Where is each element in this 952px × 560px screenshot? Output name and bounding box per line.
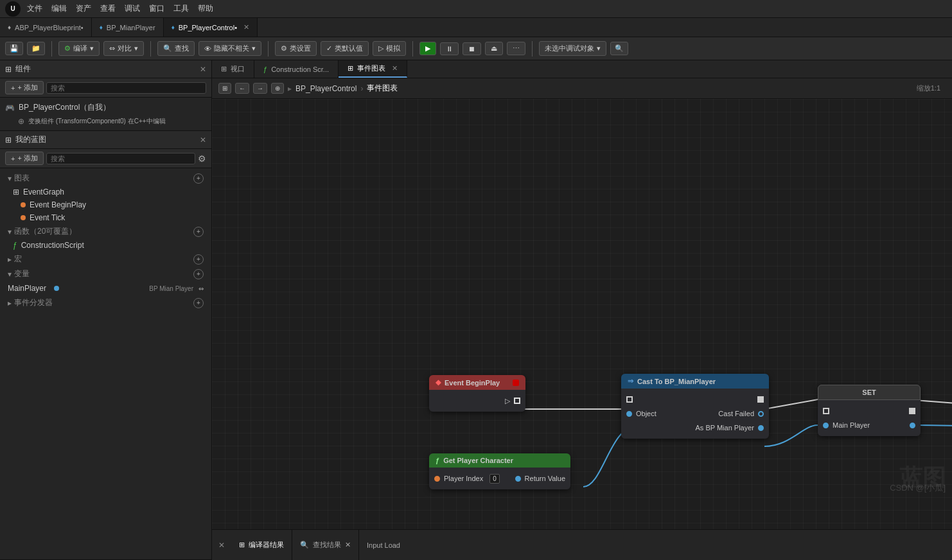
nav-home-button[interactable]: ⊕: [271, 83, 284, 94]
blueprint-search-input[interactable]: [46, 153, 195, 164]
find-tab-close[interactable]: ✕: [345, 541, 351, 549]
components-search-input[interactable]: [46, 82, 206, 94]
tree-item-tick[interactable]: Event Tick: [0, 211, 211, 224]
tree-section-functions[interactable]: ▾ 函数（20可覆盖） +: [0, 224, 211, 239]
simulate-button[interactable]: ▷ 模拟: [373, 41, 406, 56]
exec-out-pin[interactable]: [514, 398, 520, 404]
simulate-label: 模拟: [386, 44, 400, 53]
tab-abp-icon: ♦: [8, 24, 11, 31]
breadcrumb: ⊞ ← → ⊕ ▸ BP_PlayerControl › 事件图表: [218, 83, 398, 94]
components-close[interactable]: ✕: [200, 65, 206, 74]
find-button[interactable]: 🔍 查找: [157, 41, 195, 56]
stop-button[interactable]: ⏹: [463, 42, 481, 55]
class-settings-button[interactable]: ⚙ 类设置: [275, 41, 317, 56]
tree-section-graphs[interactable]: ▾ 图表 +: [0, 171, 211, 186]
blueprint-gear-icon[interactable]: ⚙: [198, 153, 206, 164]
tab-control[interactable]: ♦ BP_PlayerControl• ✕: [164, 18, 258, 37]
menu-file[interactable]: 文件: [27, 3, 42, 14]
node-set[interactable]: SET Main Player: [818, 385, 921, 436]
play-button[interactable]: ▶: [419, 42, 436, 55]
my-blueprint-close[interactable]: ✕: [200, 136, 206, 144]
menu-debug[interactable]: 调试: [125, 3, 140, 14]
list-item: ⊕ 变换组件 (TransformComponent0) 在C++中编辑: [5, 115, 206, 128]
eject-button[interactable]: ⏏: [485, 42, 503, 55]
debug-icon-button[interactable]: 🔍: [610, 42, 628, 55]
menu-assets[interactable]: 资产: [76, 3, 91, 14]
nav-back-button[interactable]: ⊞: [218, 83, 231, 94]
compile-button[interactable]: ⚙ 编译 ▾: [58, 41, 100, 56]
menu-tools[interactable]: 工具: [173, 3, 189, 14]
find-results-tab[interactable]: 🔍 查找结果 ✕: [292, 530, 359, 560]
tab-abp[interactable]: ♦ ABP_PlayerBlueprint•: [0, 18, 92, 37]
sub-tab-construction[interactable]: ƒ Construction Scr...: [254, 60, 339, 78]
bottom-close-button[interactable]: ✕: [212, 530, 231, 560]
class-defaults-button[interactable]: ✓ 类默认值: [321, 41, 369, 56]
menu-items: 文件 编辑 资产 查看 调试 窗口 工具 帮助: [27, 3, 213, 14]
as-bp-pin[interactable]: [758, 425, 764, 431]
breadcrumb-item-1[interactable]: BP_PlayerControl: [295, 84, 357, 93]
blueprint-canvas[interactable]: ◆ Event BeginPlay ▷ ƒ Get Player Charact…: [212, 99, 952, 529]
object-pin[interactable]: [626, 411, 632, 417]
node-row: Object Cast Failed: [621, 407, 769, 421]
tree-item-mainplayer[interactable]: MainPlayer BP Mian Player ⇔: [0, 281, 211, 295]
set-title: SET: [862, 389, 876, 396]
tree-item-construction[interactable]: ƒ ConstructionScript: [0, 239, 211, 252]
add-variable-button[interactable]: +: [193, 269, 204, 279]
tree-item-beginplay[interactable]: Event BeginPlay: [0, 198, 211, 211]
component-root-label[interactable]: BP_PlayerControl（自我）: [19, 102, 110, 113]
tree-section-macros[interactable]: ▸ 宏 +: [0, 252, 211, 267]
exec-out-pin[interactable]: [757, 396, 764, 403]
pause-button[interactable]: ⏸: [440, 42, 459, 55]
cast-failed-pin[interactable]: [758, 411, 764, 417]
my-blueprint-search-bar: + + 添加 ⚙: [0, 149, 211, 168]
return-value-pin[interactable]: [515, 476, 521, 482]
add-graph-button[interactable]: +: [193, 173, 204, 184]
components-add-button[interactable]: + + 添加: [5, 81, 44, 94]
set-exec-out[interactable]: [909, 408, 915, 414]
tab-control-close[interactable]: ✕: [243, 23, 249, 31]
sub-tab-viewport[interactable]: ⊞ 视口: [212, 60, 254, 78]
settings-label: 类设置: [290, 44, 311, 53]
node-event-body: ▷: [429, 390, 525, 412]
save-button[interactable]: 💾: [5, 42, 23, 55]
eventgraph-close[interactable]: ✕: [392, 64, 398, 73]
add-dispatcher-button[interactable]: +: [193, 298, 204, 308]
hide-button[interactable]: 👁 隐藏不相关 ▾: [198, 41, 261, 56]
compiler-results-tab[interactable]: ⊞ 编译器结果: [231, 530, 292, 560]
diff-button[interactable]: ⇔ 对比 ▾: [103, 41, 144, 56]
menu-edit[interactable]: 编辑: [51, 3, 67, 14]
menu-help[interactable]: 帮助: [198, 3, 213, 14]
add-function-button[interactable]: +: [193, 227, 204, 237]
blueprint-add-button[interactable]: + + 添加: [5, 152, 44, 165]
construction-label2: Construction Scr...: [271, 66, 329, 73]
getplayer-title: Get Player Character: [443, 457, 513, 464]
set-exec-in[interactable]: [823, 408, 829, 414]
tab-mian[interactable]: ♦ BP_MianPlayer: [92, 18, 164, 37]
nav-forward-button[interactable]: →: [253, 83, 267, 94]
tree-variables-label: 变量: [14, 268, 30, 279]
menu-window[interactable]: 窗口: [149, 3, 164, 14]
sub-tab-eventgraph[interactable]: ⊞ 事件图表 ✕: [339, 60, 407, 78]
viewport-label: 视口: [231, 64, 245, 74]
main-player-out-pin[interactable]: [910, 423, 915, 428]
diff-icon: ⇔: [109, 44, 115, 53]
node-event-beginplay[interactable]: ◆ Event BeginPlay ▷: [429, 375, 525, 412]
player-index-value[interactable]: 0: [489, 474, 500, 484]
tree-section-variables[interactable]: ▾ 变量 +: [0, 267, 211, 281]
exec-in-pin[interactable]: [626, 396, 633, 403]
more-button[interactable]: ⋯: [507, 42, 525, 55]
add-macro-button[interactable]: +: [193, 254, 204, 265]
debug-target-button[interactable]: 未选中调试对象 ▾: [539, 41, 606, 56]
component-child-label[interactable]: 变换组件 (TransformComponent0) 在C++中编辑: [28, 117, 166, 126]
find-icon: 🔍: [163, 44, 172, 53]
node-get-player-character[interactable]: ƒ Get Player Character Player Index 0 Re…: [429, 453, 570, 489]
tree-item-eventgraph[interactable]: ⊞ EventGraph: [0, 186, 211, 198]
menu-view[interactable]: 查看: [100, 3, 116, 14]
nav-backward-button[interactable]: ←: [235, 83, 249, 94]
watermark-sub: CSDN @[小瓜]: [890, 482, 946, 494]
node-cast-to-bp[interactable]: ⇒ Cast To BP_MianPlayer Object Cast Fail…: [621, 374, 769, 439]
browse-button[interactable]: 📁: [27, 42, 45, 55]
main-player-in-pin[interactable]: [823, 423, 829, 428]
player-index-pin[interactable]: [434, 476, 440, 482]
tree-section-dispatchers[interactable]: ▸ 事件分发器 +: [0, 295, 211, 310]
